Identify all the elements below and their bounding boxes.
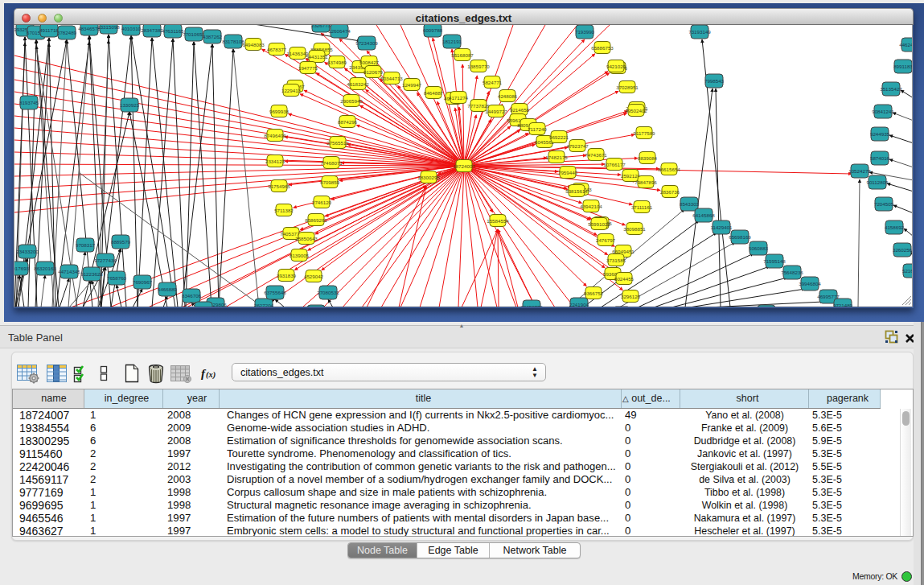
svg-text:7690967: 7690967 [133,279,153,285]
svg-text:4911718: 4911718 [39,27,59,33]
svg-text:1586518: 1586518 [194,306,214,308]
svg-text:4678377: 4678377 [267,47,287,52]
svg-text:97234309: 97234309 [355,40,378,46]
svg-text:29065940: 29065940 [340,98,363,104]
svg-text:54431351: 54431351 [306,54,328,60]
svg-text:86320163: 86320163 [34,266,56,271]
svg-text:10524278: 10524278 [848,168,871,174]
svg-text:5008427: 5008427 [359,60,380,65]
svg-text:(x): (x) [206,370,216,380]
svg-text:9708317: 9708317 [76,242,96,248]
svg-text:8889579: 8889579 [111,239,131,245]
svg-text:2334123: 2334123 [265,159,285,164]
svg-text:75648236: 75648236 [781,270,803,275]
svg-text:28347382: 28347382 [141,27,163,33]
svg-text:63755646: 63755646 [264,290,286,295]
svg-text:23433200: 23433200 [16,249,39,254]
svg-text:37111161: 37111161 [631,204,653,210]
svg-text:3931839: 3931839 [277,273,297,278]
svg-text:8193745: 8193745 [19,100,39,105]
svg-text:2476797: 2476797 [596,237,616,243]
svg-text:85869261: 85869261 [305,217,327,223]
svg-text:25850643: 25850643 [295,236,318,241]
svg-text:47631165: 47631165 [162,28,184,34]
svg-text:7204505: 7204505 [874,201,894,207]
svg-text:38098851: 38098851 [623,226,646,232]
svg-text:8991183: 8991183 [893,64,913,69]
svg-text:5216073: 5216073 [902,268,913,274]
svg-text:83178108: 83178108 [222,39,244,44]
svg-text:55991022: 55991022 [588,221,610,227]
svg-text:4709859: 4709859 [320,179,340,185]
svg-text:5711382: 5711382 [274,208,294,213]
svg-text:5824771: 5824771 [483,80,503,85]
svg-text:74743671: 74743671 [585,152,607,158]
svg-text:44714345: 44714345 [58,269,80,274]
svg-text:15584554: 15584554 [487,218,509,224]
svg-text:5874016: 5874016 [870,155,890,161]
svg-text:64948083: 64948083 [242,42,265,47]
svg-text:65698169: 65698169 [729,234,751,240]
svg-text:35135427: 35135427 [880,86,902,92]
svg-text:46183242: 46183242 [347,81,369,87]
svg-text:18724007: 18724007 [453,163,475,169]
svg-text:65886753: 65886753 [591,45,614,51]
svg-text:7658760: 7658760 [107,275,127,281]
svg-text:9721489: 9721489 [833,303,853,308]
svg-text:97277434: 97277434 [94,257,117,263]
svg-text:4529042: 4529042 [304,274,324,279]
svg-text:1229413: 1229413 [281,88,302,93]
svg-text:91177589: 91177589 [633,130,655,136]
svg-text:49502402: 49502402 [625,108,647,113]
svg-text:11429401: 11429401 [710,225,733,230]
svg-text:55168087: 55168087 [451,52,474,58]
svg-text:3296120: 3296120 [621,294,641,299]
svg-text:44624751: 44624751 [899,42,913,47]
svg-text:5060883: 5060883 [749,245,769,251]
svg-text:1330923: 1330923 [120,102,140,108]
svg-text:91223623: 91223623 [80,271,103,277]
svg-text:4374989: 4374989 [327,60,347,65]
svg-text:9366752: 9366752 [584,290,604,296]
svg-text:18300295: 18300295 [417,175,440,180]
svg-text:73193149: 73193149 [688,29,711,35]
svg-text:1947775: 1947775 [298,65,318,71]
svg-text:38498776: 38498776 [520,304,543,308]
svg-text:7193990: 7193990 [575,29,595,35]
svg-text:12606474: 12606474 [328,28,351,34]
svg-text:4387262: 4387262 [203,34,223,39]
svg-text:7998543: 7998543 [704,78,725,84]
svg-text:90112805: 90112805 [866,179,889,185]
svg-text:2836736: 2836736 [660,189,680,195]
svg-text:14499727: 14499727 [485,109,507,114]
svg-text:2627204: 2627204 [254,303,274,308]
svg-text:4171274: 4171274 [449,95,469,101]
svg-text:23315098: 23315098 [97,25,120,30]
svg-text:8346706: 8346706 [182,293,202,299]
svg-text:9214658: 9214658 [510,107,530,113]
svg-text:43942104: 43942104 [580,204,602,209]
svg-text:7959440: 7959440 [558,170,578,175]
svg-text:50344713: 50344713 [380,76,403,81]
svg-text:39946804: 39946804 [799,281,821,286]
svg-text:9699938: 9699938 [269,109,290,114]
svg-text:2746120: 2746120 [312,200,332,205]
svg-text:8874296: 8874296 [338,119,358,125]
svg-text:10766177: 10766177 [603,162,626,167]
svg-text:27565512: 27565512 [326,140,349,146]
svg-text:4158692: 4158692 [885,225,905,230]
svg-text:2241904: 2241904 [569,302,589,307]
svg-text:9692221: 9692221 [549,134,569,140]
svg-text:8543303: 8543303 [680,201,700,207]
svg-text:9421020: 9421020 [606,64,626,69]
svg-text:8139005: 8139005 [290,253,310,258]
svg-text:3731585: 3731585 [606,257,626,263]
svg-text:1812191: 1812191 [442,39,462,44]
svg-text:79847896: 79847896 [634,179,657,185]
svg-text:6009788: 6009788 [423,27,443,33]
svg-text:8839084: 8839084 [638,155,658,161]
svg-text:3260256: 3260256 [893,247,913,253]
svg-text:46995777: 46995777 [817,294,840,299]
svg-text:9244935: 9244935 [870,131,890,137]
svg-text:91754965: 91754965 [268,183,290,189]
